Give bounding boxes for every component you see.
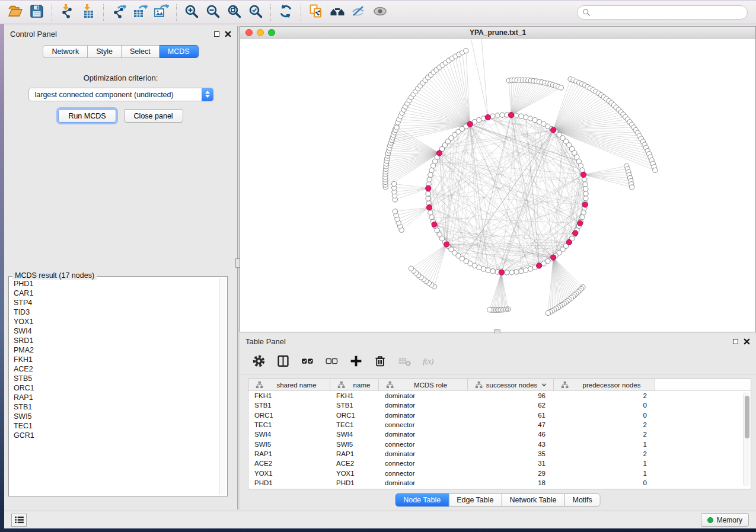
list-item[interactable]: TID3 — [11, 307, 219, 317]
mcds-result-list[interactable]: PHD1CAR1STP4TID3YOX1SWI4SRD1PMA2FKH1ACE2… — [11, 279, 219, 494]
cell-name[interactable]: SWI5 — [330, 441, 379, 448]
cell-successor-nodes[interactable]: 96 — [468, 392, 554, 399]
cell-successor-nodes[interactable]: 47 — [468, 421, 554, 428]
binoculars-button[interactable] — [327, 3, 348, 22]
export-image-button[interactable] — [151, 3, 172, 22]
cell-predecessor-nodes[interactable]: 0 — [554, 479, 655, 486]
cell-name[interactable]: SWI4 — [330, 431, 379, 438]
zoom-in-button[interactable] — [181, 3, 202, 22]
cell-predecessor-nodes[interactable]: 1 — [554, 460, 655, 467]
cell-shared-name[interactable]: TEC1 — [248, 421, 330, 428]
table-row[interactable]: PHD1PHD1dominator180 — [248, 478, 751, 488]
cell-predecessor-nodes[interactable]: 2 — [554, 450, 655, 457]
cell-shared-name[interactable]: ACE2 — [248, 460, 330, 467]
deselect-all-columns-button[interactable] — [324, 355, 339, 369]
table-row[interactable]: FKH1FKH1dominator962 — [248, 391, 751, 400]
optimization-criterion-select[interactable]: largest connected component (undirected) — [28, 88, 213, 101]
list-item[interactable]: RAP1 — [11, 393, 219, 402]
cell-shared-name[interactable]: RAP1 — [248, 450, 330, 457]
cell-MCDS-role[interactable]: connector — [379, 470, 468, 477]
cell-name[interactable]: FKH1 — [330, 392, 379, 399]
float-panel-icon[interactable] — [214, 31, 219, 37]
tab-motifs[interactable]: Motifs — [564, 493, 600, 507]
table-scrollbar[interactable] — [743, 392, 749, 486]
export-table-button[interactable] — [129, 3, 151, 22]
tab-mcds[interactable]: MCDS — [160, 45, 199, 58]
cell-predecessor-nodes[interactable]: 2 — [554, 431, 655, 438]
column-header-predecessor-nodes[interactable]: predecessor nodes — [554, 379, 655, 390]
table-row[interactable]: ACE2ACE2connector311 — [248, 459, 751, 468]
table-row[interactable]: ORC1ORC1dominator610 — [248, 411, 751, 420]
cell-MCDS-role[interactable]: connector — [379, 441, 468, 448]
cell-predecessor-nodes[interactable]: 0 — [554, 402, 655, 409]
list-item[interactable]: CAR1 — [11, 289, 219, 298]
cell-name[interactable]: TEC1 — [330, 421, 379, 428]
cell-name[interactable]: RAP1 — [330, 450, 379, 457]
export-network-button[interactable] — [108, 3, 129, 22]
cell-shared-name[interactable]: PHD1 — [248, 479, 330, 486]
cell-successor-nodes[interactable]: 62 — [468, 402, 554, 409]
list-item[interactable]: GCR1 — [11, 431, 219, 440]
table-row[interactable]: SWI5SWI5connector431 — [248, 439, 751, 448]
tab-style[interactable]: Style — [88, 45, 122, 58]
cell-successor-nodes[interactable]: 46 — [468, 431, 554, 438]
list-item[interactable]: STP4 — [11, 298, 219, 307]
zoom-out-button[interactable] — [202, 3, 224, 22]
refresh-layout-button[interactable] — [275, 3, 296, 22]
hide-selected-button[interactable] — [348, 3, 369, 22]
cell-successor-nodes[interactable]: 29 — [468, 470, 554, 477]
list-item[interactable]: ORC1 — [11, 383, 219, 393]
table-row[interactable]: RAP1RAP1dominator352 — [248, 449, 751, 459]
open-session-button[interactable] — [5, 3, 26, 22]
cell-name[interactable]: ACE2 — [330, 460, 379, 467]
import-network-button[interactable] — [56, 3, 78, 22]
cell-MCDS-role[interactable]: dominator — [379, 402, 468, 409]
close-panel-icon[interactable] — [225, 31, 231, 37]
select-all-columns-button[interactable] — [300, 355, 314, 369]
cell-successor-nodes[interactable]: 61 — [468, 412, 554, 419]
column-header-name[interactable]: name — [330, 379, 379, 390]
list-item[interactable]: PHD1 — [11, 279, 219, 289]
tab-node-table[interactable]: Node Table — [395, 493, 449, 507]
cell-MCDS-role[interactable]: connector — [379, 421, 468, 428]
table-scrollbar-thumb[interactable] — [745, 396, 749, 438]
save-session-button[interactable] — [26, 3, 47, 22]
search-box[interactable] — [577, 5, 748, 20]
table-row[interactable]: STB1STB1dominator620 — [248, 400, 751, 410]
close-table-panel-icon[interactable] — [744, 338, 750, 345]
cell-name[interactable]: ORC1 — [330, 412, 379, 419]
list-item[interactable]: ACE2 — [11, 364, 219, 374]
tab-network-table[interactable]: Network Table — [502, 493, 565, 507]
network-canvas[interactable] — [240, 39, 755, 332]
search-input[interactable] — [591, 7, 747, 18]
column-header-MCDS-role[interactable]: MCDS role — [379, 379, 468, 390]
settings-gear-button[interactable] — [251, 355, 266, 369]
list-item[interactable]: FKH1 — [11, 355, 219, 364]
clone-network-button[interactable] — [305, 3, 327, 22]
cell-shared-name[interactable]: YOX1 — [248, 470, 330, 477]
list-item[interactable]: STB5 — [11, 374, 219, 383]
cell-MCDS-role[interactable]: connector — [379, 460, 468, 467]
cell-MCDS-role[interactable]: dominator — [379, 450, 468, 457]
cell-MCDS-role[interactable]: dominator — [379, 431, 468, 438]
import-table-button[interactable] — [78, 3, 99, 22]
table-row[interactable]: SWI4SWI4dominator462 — [248, 430, 751, 439]
cell-shared-name[interactable]: FKH1 — [248, 392, 330, 399]
zoom-fit-button[interactable] — [224, 3, 245, 22]
list-item[interactable]: PMA2 — [11, 345, 219, 355]
cell-MCDS-role[interactable]: dominator — [379, 412, 468, 419]
list-item[interactable]: SRD1 — [11, 336, 219, 345]
cell-successor-nodes[interactable]: 43 — [468, 441, 554, 448]
tab-edge-table[interactable]: Edge Table — [449, 493, 502, 507]
cell-shared-name[interactable]: STB1 — [248, 402, 330, 409]
cell-shared-name[interactable]: SWI4 — [248, 431, 330, 438]
column-header-shared-name[interactable]: shared name — [248, 379, 330, 390]
show-all-button[interactable] — [369, 3, 391, 22]
zoom-selected-button[interactable] — [245, 3, 266, 22]
cell-name[interactable]: PHD1 — [330, 479, 379, 486]
cell-predecessor-nodes[interactable]: 2 — [554, 421, 655, 428]
tab-network[interactable]: Network — [43, 45, 88, 58]
cell-MCDS-role[interactable]: dominator — [379, 479, 468, 486]
list-item[interactable]: YOX1 — [11, 317, 219, 326]
table-row[interactable]: TEC1TEC1connector472 — [248, 420, 751, 430]
